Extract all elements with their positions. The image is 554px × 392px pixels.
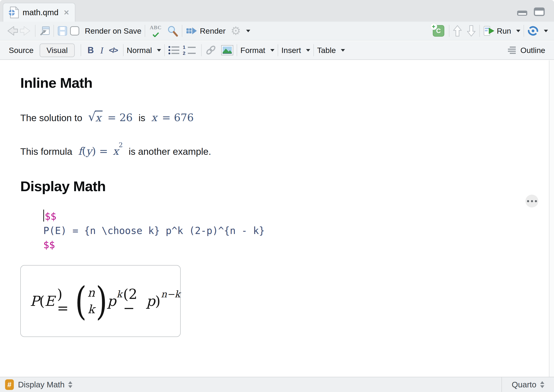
- table-menu[interactable]: Table: [317, 46, 345, 55]
- math-source-block[interactable]: $$ P(E) = {n \choose k} p^k (2-p)^{n - k…: [43, 209, 549, 252]
- insert-chunk-button[interactable]: + C: [433, 25, 444, 37]
- tab-math-qmd[interactable]: math.qmd ✕: [3, 3, 75, 22]
- forward-button[interactable]: [19, 25, 32, 37]
- run-label: Run: [497, 27, 511, 35]
- quarto-file-icon: [9, 7, 19, 18]
- go-to-previous-chunk-button[interactable]: [453, 25, 462, 37]
- chevron-down-icon: [157, 49, 161, 52]
- visual-editor-canvas[interactable]: Inline Math The solution to √x = 26 is x…: [0, 60, 549, 377]
- search-icon: [167, 25, 179, 37]
- format-toolbar: Source Visual B I </> Normal 1 2: [0, 41, 554, 60]
- go-to-next-chunk-button[interactable]: [466, 25, 476, 37]
- outline-icon: [507, 46, 518, 55]
- minimize-pane-icon[interactable]: [517, 10, 528, 16]
- heading-display-math: Display Math: [20, 178, 549, 194]
- insert-link-button[interactable]: [205, 45, 217, 56]
- paragraph-inline-math-1: The solution to √x = 26 is x = 676: [20, 111, 549, 125]
- render-settings-button[interactable]: ⚙: [231, 25, 250, 37]
- paragraph-text: is another example.: [128, 146, 211, 157]
- insert-menu[interactable]: Insert: [281, 46, 310, 55]
- render-label: Render: [200, 27, 226, 35]
- render-on-save-toggle[interactable]: Render on Save: [70, 26, 142, 35]
- paragraph-style-select[interactable]: Normal: [127, 46, 161, 55]
- inline-math-y: y: [86, 145, 92, 157]
- math-delimiter-open: $$: [43, 209, 549, 224]
- mode-sorter-icon: [540, 381, 544, 388]
- section-sorter-icon[interactable]: [68, 381, 72, 388]
- spellcheck-button[interactable]: ABC: [150, 25, 162, 37]
- forward-arrow-icon: [19, 25, 32, 37]
- status-bar: # Display Math Quarto: [0, 377, 554, 392]
- visual-mode-button[interactable]: Visual: [40, 43, 75, 57]
- inline-math-x: x: [151, 112, 157, 124]
- italic-button[interactable]: I: [100, 45, 103, 56]
- tab-close-icon[interactable]: ✕: [64, 8, 69, 17]
- inline-math-eq26: = 26: [107, 112, 133, 124]
- back-button[interactable]: [6, 25, 19, 37]
- paragraph-style-value: Normal: [127, 46, 152, 55]
- math-source-line: P(E) = {n \choose k} p^k (2-p)^{n - k}: [43, 224, 549, 238]
- gear-icon: ⚙: [231, 25, 241, 37]
- back-arrow-icon: [6, 25, 19, 37]
- chevron-down-icon: [306, 49, 310, 52]
- plus-icon: +: [431, 23, 437, 30]
- math-delimiter-close: $$: [43, 238, 549, 252]
- section-navigator[interactable]: Display Math: [18, 380, 64, 389]
- document-mode-select[interactable]: Quarto: [501, 377, 554, 392]
- paragraph-text: is: [139, 113, 145, 123]
- big-paren-close: ): [96, 284, 107, 319]
- run-icon: [483, 25, 495, 36]
- insert-image-button[interactable]: [221, 45, 234, 56]
- outline-label: Outline: [520, 46, 545, 55]
- bullet-list-icon: [168, 45, 180, 56]
- numbered-list-1: 1: [183, 45, 186, 49]
- chevron-down-icon: [341, 49, 345, 52]
- bold-button[interactable]: B: [88, 45, 94, 55]
- rstudio-source-pane: math.qmd ✕: [0, 0, 554, 392]
- inline-math-sqrt: √x: [88, 111, 103, 124]
- inline-math-f: f: [78, 145, 82, 157]
- big-paren-open: (: [75, 284, 87, 319]
- run-button[interactable]: Run: [483, 25, 520, 36]
- render-on-save-label: Render on Save: [85, 27, 142, 35]
- link-icon: [205, 45, 217, 56]
- block-options-button[interactable]: [526, 195, 538, 208]
- format-menu[interactable]: Format: [240, 46, 275, 55]
- render-button[interactable]: Render: [185, 26, 226, 36]
- table-menu-label: Table: [317, 46, 336, 55]
- spellcheck-check-icon: [152, 33, 159, 37]
- numbered-list-2: 2: [183, 51, 186, 56]
- render-icon: [185, 26, 198, 36]
- vertical-scrollbar[interactable]: [549, 60, 554, 377]
- chevron-down-icon: [246, 30, 250, 32]
- inline-math-eq676: = 676: [162, 112, 194, 124]
- numbered-list-button[interactable]: 1 2: [183, 45, 196, 56]
- find-replace-button[interactable]: [167, 25, 179, 37]
- up-arrow-icon: [453, 25, 462, 37]
- insert-menu-label: Insert: [281, 46, 301, 55]
- source-mode-button[interactable]: Source: [9, 46, 34, 55]
- math-preview-box: P(E) = ( nk ) pk (2 − p)n−k: [20, 265, 181, 337]
- format-menu-label: Format: [240, 46, 265, 55]
- save-button[interactable]: [57, 26, 68, 36]
- inline-code-button[interactable]: </>: [109, 46, 118, 55]
- heading-inline-math: Inline Math: [20, 75, 549, 91]
- paragraph-inline-math-2: This formula f(y) = x2 is another exampl…: [20, 142, 549, 159]
- image-icon: [221, 45, 234, 56]
- chevron-down-icon: [516, 30, 520, 32]
- maximize-pane-icon[interactable]: [534, 7, 545, 16]
- main-toolbar: Render on Save ABC Render ⚙: [0, 22, 554, 41]
- paragraph-text: This formula: [20, 146, 72, 157]
- inline-math-x2: x: [113, 145, 119, 157]
- heading-badge-icon: #: [5, 379, 14, 390]
- binomial-stack: nk: [87, 287, 96, 315]
- chunk-c-icon: C: [436, 27, 441, 35]
- source-rerun-button[interactable]: [527, 25, 548, 36]
- tab-strip: math.qmd ✕: [0, 0, 554, 22]
- bullet-list-button[interactable]: [168, 45, 180, 56]
- outline-toggle[interactable]: Outline: [507, 46, 545, 55]
- render-on-save-checkbox[interactable]: [70, 26, 79, 35]
- open-in-new-window-button[interactable]: [39, 25, 50, 36]
- popout-window-icon: [39, 25, 50, 36]
- down-arrow-icon: [466, 25, 476, 37]
